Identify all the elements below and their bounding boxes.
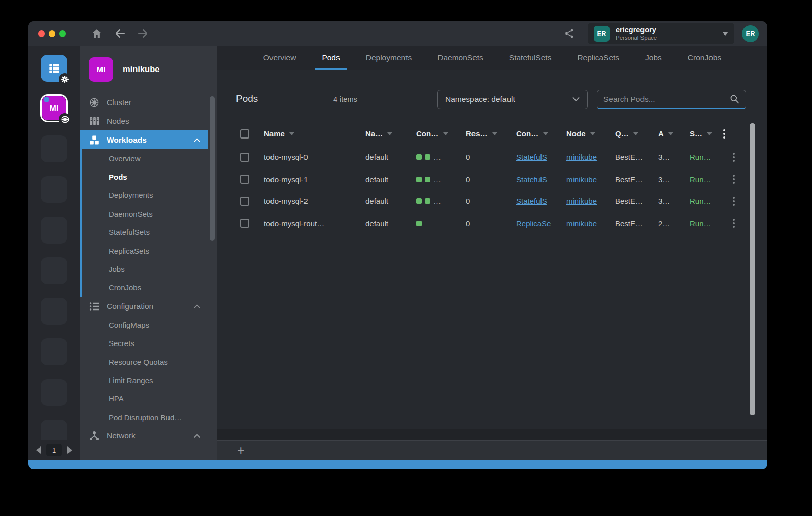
tab-pods[interactable]: Pods [321,46,341,70]
sort-arrow-icon [289,132,294,135]
rail-placeholder [41,217,67,244]
catalog-button[interactable] [41,55,67,82]
previous-page-button[interactable] [36,446,41,454]
table-row[interactable]: todo-mysql-0 default … 0 StatefulS minik… [232,146,744,168]
sidebar-scrollbar[interactable] [210,96,215,241]
tab-deployments[interactable]: Deployments [365,46,413,70]
page-title: Pods [236,93,258,105]
node-link[interactable]: minikube [566,153,597,161]
network-icon [89,431,100,441]
column-header[interactable]: A [651,129,683,138]
next-page-button[interactable] [67,446,72,454]
container-running-icon [425,154,430,160]
sidebar-item-network[interactable]: Network [80,426,208,445]
minimize-window-button[interactable] [49,30,55,37]
row-menu-button[interactable] [733,219,735,228]
sidebar-subitem-pods[interactable]: Pods [82,167,217,186]
pod-name-cell: todo-mysql-1 [257,175,358,184]
sidebar-item-workloads[interactable]: Workloads [80,130,208,149]
namespace-select[interactable]: Namespace: default [437,90,588,109]
sidebar-subitem-overview[interactable]: Overview [82,149,217,167]
pods-content: Pods 4 items Namespace: default [217,70,767,429]
share-button[interactable] [562,26,577,41]
sidebar-subitem-hpa[interactable]: HPA [80,390,217,408]
sidebar-subitem-configmaps[interactable]: ConfigMaps [80,316,217,334]
controlled-by-link[interactable]: ReplicaSe [516,219,551,228]
sidebar-subitem-deployments[interactable]: Deployments [82,186,217,204]
forward-button[interactable] [136,27,149,40]
tab-daemonsets[interactable]: DaemonSets [436,46,484,70]
sidebar: MI minikube Cluster Nodes Workloads Over… [80,46,217,460]
tab-statefulsets[interactable]: StatefulSets [508,46,553,70]
controlled-by-link[interactable]: StatefulS [516,197,547,205]
column-header[interactable]: Name [257,129,358,138]
age-cell: 3… [651,197,683,205]
sidebar-subitem-daemonsets[interactable]: DaemonSets [82,204,217,223]
sidebar-item-cluster[interactable]: Cluster [80,93,208,112]
row-menu-button[interactable] [733,197,735,206]
search-input[interactable] [603,95,730,104]
row-checkbox[interactable] [240,219,249,228]
column-header[interactable]: Na… [358,129,409,138]
container-running-icon [425,177,430,182]
node-link[interactable]: minikube [566,175,597,184]
app-body: MI 1 MI minikube [28,46,767,460]
column-header[interactable]: Node [559,129,608,138]
column-header[interactable]: Con… [409,129,459,138]
content-scrollbar[interactable] [750,123,755,415]
columns-menu-button[interactable] [723,129,725,139]
dock-bar: + [217,440,767,460]
column-header[interactable]: Q… [608,129,651,138]
connected-dot [44,97,49,102]
node-link[interactable]: minikube [566,219,597,228]
zoom-window-button[interactable] [59,30,66,37]
status-cell: Run… [683,197,723,205]
sidebar-subitem-jobs[interactable]: Jobs [82,260,217,278]
sidebar-subitem-pod-disruption-bud-[interactable]: Pod Disruption Bud… [80,408,217,426]
row-checkbox[interactable] [240,197,249,206]
table-row[interactable]: todo-mysql-rout… default 0 ReplicaSe min… [232,213,744,235]
restarts-cell: 0 [459,175,509,184]
select-all-checkbox[interactable] [240,129,249,139]
account-switcher[interactable]: ER ericgregory Personal Space [588,23,734,44]
tab-jobs[interactable]: Jobs [644,46,663,70]
header-checkbox-cell [232,129,257,139]
controlled-by-link[interactable]: StatefulS [516,153,547,161]
controlled-by-link[interactable]: StatefulS [516,175,547,184]
sidebar-subitem-replicasets[interactable]: ReplicaSets [82,242,217,260]
add-tab-button[interactable]: + [237,444,245,457]
tab-replicasets[interactable]: ReplicaSets [576,46,620,70]
row-menu-button[interactable] [733,153,735,162]
active-cluster-button[interactable]: MI [40,94,68,122]
sidebar-subitem-secrets[interactable]: Secrets [80,334,217,353]
table-row[interactable]: todo-mysql-2 default … 0 StatefulS minik… [232,190,744,213]
user-avatar[interactable]: ER [742,25,759,42]
home-button[interactable] [90,27,104,40]
table-row[interactable]: todo-mysql-1 default … 0 StatefulS minik… [232,168,744,191]
close-window-button[interactable] [38,30,45,37]
gear-icon [59,73,71,85]
sidebar-item-configuration[interactable]: Configuration [80,297,208,316]
sidebar-subitem-statefulsets[interactable]: StatefulSets [82,223,217,242]
row-checkbox[interactable] [240,175,249,184]
rail-placeholder [41,298,67,325]
sidebar-item-nodes[interactable]: Nodes [80,112,208,130]
row-menu-button[interactable] [733,175,735,184]
node-link[interactable]: minikube [566,197,597,205]
column-header[interactable]: S… [683,129,723,138]
back-button[interactable] [114,27,127,40]
sort-arrow-icon [590,132,595,135]
sidebar-subitem-resource-quotas[interactable]: Resource Quotas [80,353,217,371]
row-checkbox[interactable] [240,153,249,162]
sidebar-subitem-cronjobs[interactable]: CronJobs [82,279,217,297]
sidebar-subitem-limit-ranges[interactable]: Limit Ranges [80,371,217,389]
pod-name-cell: todo-mysql-rout… [257,219,358,228]
tab-cronjobs[interactable]: CronJobs [687,46,722,70]
restarts-cell: 0 [459,197,509,205]
column-header[interactable]: Con… [509,129,559,138]
column-header[interactable]: Res… [459,129,509,138]
tab-overview[interactable]: Overview [262,46,297,70]
sort-arrow-icon [492,132,497,135]
rail-placeholder [41,338,67,365]
namespace-select-value: Namespace: default [445,95,515,104]
